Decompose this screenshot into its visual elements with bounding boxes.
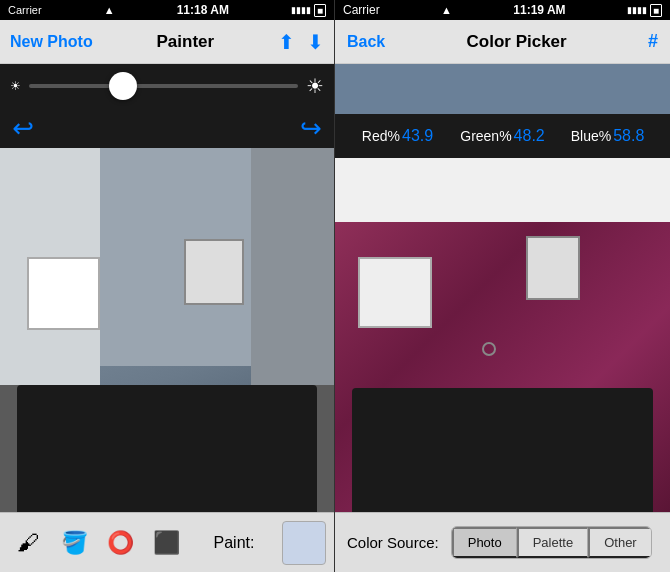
room-image-right: [335, 158, 670, 512]
palette-source-button[interactable]: Palette: [517, 527, 588, 558]
back-button[interactable]: Back: [347, 33, 385, 51]
other-source-button[interactable]: Other: [588, 527, 651, 558]
new-photo-button[interactable]: New Photo: [10, 33, 93, 51]
brightness-high-icon: ☀: [306, 74, 324, 98]
ceiling-right: [335, 158, 670, 222]
color-preview-strip: [335, 64, 670, 114]
blue-value-container: Blue% 58.8: [555, 127, 660, 145]
battery-icon-left: ■: [314, 4, 326, 17]
paint-label: Paint:: [192, 534, 276, 552]
rgb-values-bar: Red% 43.9 Green% 48.2 Blue% 58.8: [335, 114, 670, 158]
color-source-segmented-control: Photo Palette Other: [451, 526, 652, 559]
photo-canvas-right[interactable]: [335, 158, 670, 512]
brightness-slider[interactable]: [29, 84, 298, 88]
roller-icon: 🪣: [61, 530, 88, 556]
blue-value: 58.8: [613, 127, 644, 145]
whiteboard-right: [358, 257, 432, 328]
square-icon: ⬛: [153, 530, 180, 556]
signal-icon-left: ▮▮▮▮: [291, 5, 311, 15]
undo-bar: ↪ ↪: [0, 108, 334, 148]
circle-tool-button[interactable]: ⭕: [100, 521, 140, 565]
paint-color-swatch[interactable]: [282, 521, 326, 565]
green-label: Green%: [460, 128, 511, 144]
color-source-label: Color Source:: [347, 534, 439, 551]
brush-tool-button[interactable]: 🖌: [8, 521, 48, 565]
brightness-low-icon: ☀: [10, 79, 21, 93]
nav-bar-right: Back Color Picker #: [335, 20, 670, 64]
picture-frame-right: [526, 236, 580, 300]
hash-button[interactable]: #: [648, 31, 658, 52]
green-value: 48.2: [514, 127, 545, 145]
signal-icon-right: ▮▮▮▮: [627, 5, 647, 15]
brightness-control: ☀ ☀: [0, 64, 334, 108]
room-image-left: [0, 148, 334, 512]
photo-source-button[interactable]: Photo: [452, 527, 517, 558]
download-button[interactable]: ⬇: [307, 30, 324, 54]
wifi-icon-right: ▲: [441, 4, 452, 16]
status-bar-left: Carrier ▲ 11:18 AM ▮▮▮▮ ■: [0, 0, 334, 20]
slider-thumb[interactable]: [109, 72, 137, 100]
roller-tool-button[interactable]: 🪣: [54, 521, 94, 565]
red-label: Red%: [362, 128, 400, 144]
picture-frame-left: [184, 239, 244, 305]
whiteboard-left: [27, 257, 100, 330]
painter-title: Painter: [157, 32, 215, 52]
color-picker-title: Color Picker: [467, 32, 567, 52]
photo-canvas-left[interactable]: [0, 148, 334, 512]
wifi-icon-left: ▲: [104, 4, 115, 16]
red-value-container: Red% 43.9: [345, 127, 450, 145]
nav-bar-left: New Photo Painter ⬆ ⬇: [0, 20, 334, 64]
carrier-right: Carrier: [343, 3, 380, 17]
couch-left: [17, 385, 318, 512]
time-right: 11:19 AM: [513, 3, 565, 17]
left-panel: Carrier ▲ 11:18 AM ▮▮▮▮ ■ New Photo Pain…: [0, 0, 335, 572]
square-tool-button[interactable]: ⬛: [146, 521, 186, 565]
carrier-left: Carrier: [8, 4, 42, 16]
undo-button[interactable]: ↪: [12, 113, 34, 144]
toolbar-left: 🖌 🪣 ⭕ ⬛ Paint:: [0, 512, 334, 572]
brush-icon: 🖌: [17, 530, 39, 556]
redo-button[interactable]: ↪: [300, 113, 322, 144]
couch-right: [352, 388, 654, 512]
nav-actions: ⬆ ⬇: [278, 30, 324, 54]
battery-icon-right: ■: [650, 4, 662, 17]
upload-button[interactable]: ⬆: [278, 30, 295, 54]
circle-icon: ⭕: [107, 530, 134, 556]
blue-label: Blue%: [571, 128, 611, 144]
color-source-bar: Color Source: Photo Palette Other: [335, 512, 670, 572]
time-left: 11:18 AM: [177, 3, 229, 17]
red-value: 43.9: [402, 127, 433, 145]
status-bar-right: Carrier ▲ 11:19 AM ▮▮▮▮ ■: [335, 0, 670, 20]
green-value-container: Green% 48.2: [450, 127, 555, 145]
right-panel: Carrier ▲ 11:19 AM ▮▮▮▮ ■ Back Color Pic…: [335, 0, 670, 572]
